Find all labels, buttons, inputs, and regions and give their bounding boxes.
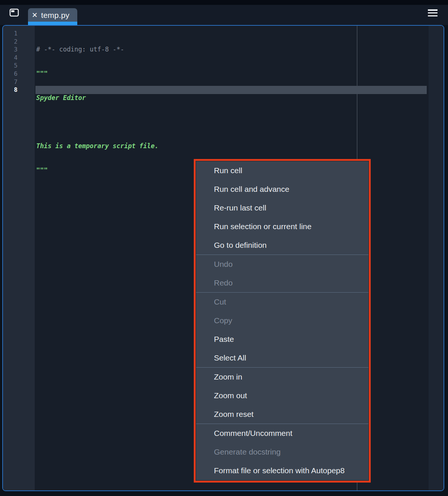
close-tab-icon[interactable]: ✕ bbox=[32, 12, 38, 19]
line-number-gutter[interactable]: 1 2 3 4 5 6 7 8 bbox=[3, 26, 35, 490]
line-number: 4 bbox=[3, 54, 18, 62]
code-line bbox=[36, 118, 428, 127]
menu-item-select-all[interactable]: Select All bbox=[196, 349, 368, 367]
tab-title: temp.py bbox=[41, 11, 69, 20]
line-number: 3 bbox=[3, 46, 18, 54]
spyder-editor-window: { "window": { "tab": { "title": "temp.py… bbox=[0, 0, 448, 496]
code-line: This is a temporary script file. bbox=[36, 142, 428, 150]
menu-item-undo: Undo bbox=[196, 255, 368, 274]
menu-item-zoom-in[interactable]: Zoom in bbox=[196, 368, 368, 386]
code-line: """ bbox=[36, 70, 428, 78]
menu-item-generate-docstring: Generate docstring bbox=[196, 443, 368, 461]
browse-tabs-icon bbox=[9, 13, 19, 19]
options-menu-button[interactable] bbox=[428, 9, 438, 16]
browse-tabs-button[interactable] bbox=[9, 7, 19, 18]
menu-item-format-with-autopep8[interactable]: Format file or selection with Autopep8 bbox=[196, 461, 368, 480]
menu-item-run-cell[interactable]: Run cell bbox=[196, 161, 368, 180]
code-line: Spyder Editor bbox=[36, 94, 428, 102]
header-top-strip bbox=[0, 0, 448, 5]
tab-temp-py[interactable]: ✕ temp.py bbox=[28, 8, 77, 22]
menu-item-go-to-definition[interactable]: Go to definition bbox=[196, 236, 368, 255]
menu-item-run-cell-and-advance[interactable]: Run cell and advance bbox=[196, 180, 368, 199]
line-number: 7 bbox=[3, 78, 18, 86]
menu-item-comment-uncomment[interactable]: Comment/Uncomment bbox=[196, 424, 368, 443]
line-number: 1 bbox=[3, 29, 18, 38]
menu-item-zoom-reset[interactable]: Zoom reset bbox=[196, 405, 368, 424]
menu-item-zoom-out[interactable]: Zoom out bbox=[196, 386, 368, 405]
line-number: 2 bbox=[3, 38, 18, 46]
editor-panel: 1 2 3 4 5 6 7 8 # -*- coding: utf-8 -*- … bbox=[2, 25, 444, 491]
menu-item-copy: Copy bbox=[196, 311, 368, 330]
hamburger-menu-icon bbox=[428, 9, 438, 11]
menu-item-paste[interactable]: Paste bbox=[196, 330, 368, 349]
menu-item-redo: Redo bbox=[196, 274, 368, 292]
annotation-highlight-box: Run cell Run cell and advance Re-run las… bbox=[194, 159, 371, 483]
menu-item-re-run-last-cell[interactable]: Re-run last cell bbox=[196, 199, 368, 217]
scrollbar-track[interactable] bbox=[429, 26, 444, 490]
menu-item-cut: Cut bbox=[196, 293, 368, 311]
window-header: ✕ temp.py bbox=[0, 0, 448, 25]
active-tab-underline bbox=[28, 22, 77, 25]
line-number-active: 8 bbox=[3, 86, 18, 94]
menu-item-run-selection-or-current-line[interactable]: Run selection or current line bbox=[196, 217, 368, 236]
line-number: 6 bbox=[3, 70, 18, 78]
context-menu: Run cell Run cell and advance Re-run las… bbox=[196, 161, 368, 480]
line-number: 5 bbox=[3, 62, 18, 70]
code-line: # -*- coding: utf-8 -*- bbox=[36, 46, 428, 54]
